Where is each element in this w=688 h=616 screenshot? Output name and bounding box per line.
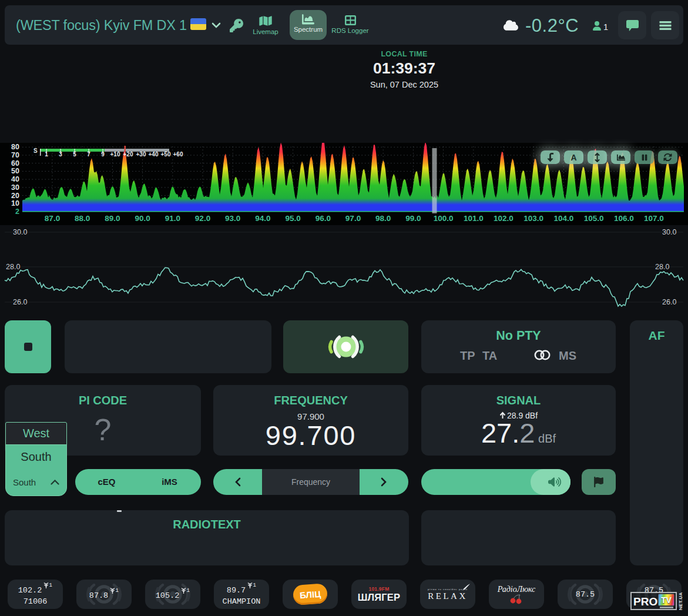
svg-text:87.0: 87.0 [45,214,60,223]
svg-text:1: 1 [49,582,52,588]
svg-text:+40: +40 [149,151,159,158]
svg-text:88.0: 88.0 [75,214,90,223]
svg-text:20: 20 [11,192,19,200]
svg-text:26.0: 26.0 [13,298,27,306]
svg-text:S: S [33,148,38,154]
svg-text:95.0: 95.0 [285,214,300,223]
svg-text:98.0: 98.0 [375,214,391,223]
svg-text:50: 50 [11,167,19,175]
svg-text:100.0: 100.0 [434,214,454,223]
svg-text:10: 10 [11,199,19,207]
svg-text:60: 60 [11,159,19,168]
svg-text:28.0: 28.0 [655,263,669,271]
svg-text:+60: +60 [173,151,183,158]
svg-text:99.0: 99.0 [405,214,421,223]
svg-text:1: 1 [45,151,48,158]
svg-text:103.0: 103.0 [523,214,543,223]
svg-text:30: 30 [11,183,19,192]
svg-text:96.0: 96.0 [316,214,331,223]
svg-text:93.0: 93.0 [225,214,240,223]
svg-text:90.0: 90.0 [135,214,150,223]
svg-text:1: 1 [253,582,256,588]
svg-text:102.0: 102.0 [494,214,514,223]
svg-text:9: 9 [101,151,105,158]
svg-text:3: 3 [59,151,62,158]
svg-text:2: 2 [15,207,19,216]
svg-text:+30: +30 [136,151,146,158]
svg-text:101.0: 101.0 [464,214,484,223]
svg-text:40: 40 [11,175,19,183]
svg-text:92.0: 92.0 [195,214,210,223]
svg-text:1: 1 [116,588,119,594]
svg-text:1: 1 [187,588,190,594]
svg-text:97.0: 97.0 [345,214,361,223]
svg-text:106.0: 106.0 [614,214,634,223]
svg-text:91.0: 91.0 [165,214,180,223]
svg-text:80: 80 [11,143,19,151]
svg-text:28.0: 28.0 [6,263,20,271]
svg-text:30.0: 30.0 [13,228,27,236]
svg-text:+50: +50 [161,151,171,158]
svg-text:89.0: 89.0 [105,214,120,223]
svg-text:104.0: 104.0 [554,214,574,223]
svg-text:7: 7 [87,151,90,158]
svg-text:5: 5 [73,151,76,158]
svg-text:30.0: 30.0 [662,228,676,236]
svg-text:+10: +10 [110,151,120,158]
svg-text:+20: +20 [123,151,133,158]
svg-text:94.0: 94.0 [255,214,270,223]
svg-text:26.0: 26.0 [662,298,676,306]
svg-text:70: 70 [11,151,19,159]
svg-text:107.0: 107.0 [644,214,664,223]
svg-text:105.0: 105.0 [584,214,604,223]
